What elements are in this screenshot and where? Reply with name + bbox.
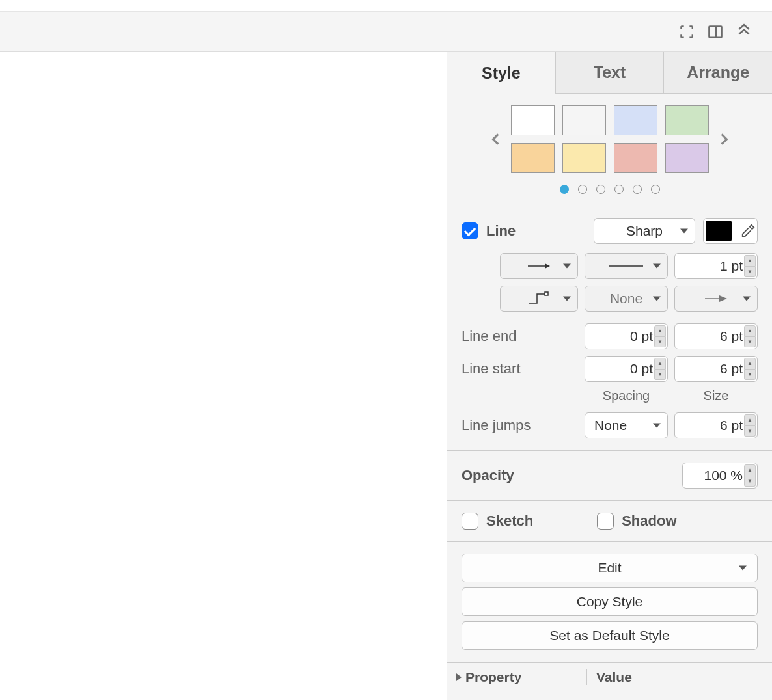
- pager-dot[interactable]: [596, 185, 605, 194]
- line-start-label: Line start: [462, 360, 578, 377]
- arrow-right-icon: [527, 262, 551, 271]
- shadow-label: Shadow: [622, 513, 676, 530]
- swatch-pager: [462, 185, 758, 194]
- opacity-label: Opacity: [462, 467, 514, 484]
- format-sidebar: Style Text Arrange: [447, 52, 772, 700]
- line-panel: Line Sharp 1 pt▲▼ None Line end 0 pt▲▼ 6…: [447, 206, 772, 451]
- line-jumps-label: Line jumps: [462, 417, 578, 434]
- spacing-header: Spacing: [585, 388, 668, 403]
- edit-button[interactable]: Edit: [462, 554, 758, 582]
- line-start-size-input[interactable]: 6 pt▲▼: [674, 356, 758, 382]
- line-end-size-input[interactable]: 6 pt▲▼: [674, 323, 758, 349]
- tab-style[interactable]: Style: [447, 53, 555, 94]
- color-swatch[interactable]: [562, 143, 606, 173]
- tab-text[interactable]: Text: [555, 52, 664, 93]
- line-end-spacing-input[interactable]: 0 pt▲▼: [585, 323, 668, 349]
- shadow-checkbox[interactable]: [597, 513, 614, 530]
- copy-style-button[interactable]: Copy Style: [462, 587, 758, 616]
- line-label: Line: [486, 222, 516, 239]
- color-swatch[interactable]: [665, 105, 709, 135]
- stepper-down[interactable]: ▼: [744, 267, 756, 278]
- eyedropper-icon: [741, 224, 755, 238]
- collapse-icon[interactable]: [736, 23, 752, 40]
- line-color-button[interactable]: [703, 218, 758, 244]
- swatch-next-icon[interactable]: [715, 131, 732, 148]
- tab-arrange[interactable]: Arrange: [663, 52, 772, 93]
- color-swatch[interactable]: [665, 143, 709, 173]
- color-swatch[interactable]: [511, 105, 555, 135]
- waypoint-style-select[interactable]: [500, 286, 578, 312]
- color-swatch[interactable]: [614, 105, 657, 135]
- fullscreen-icon[interactable]: [678, 23, 695, 40]
- line-end-label: Line end: [462, 328, 578, 345]
- pager-dot[interactable]: [560, 185, 569, 194]
- opacity-panel: Opacity 100 %▲▼: [447, 451, 772, 501]
- swatch-prev-icon[interactable]: [488, 131, 504, 148]
- arrow-end-select[interactable]: [674, 286, 758, 312]
- sketch-label: Sketch: [486, 513, 533, 530]
- caret-right-icon: [456, 673, 462, 681]
- pager-dot[interactable]: [651, 185, 660, 194]
- line-jumps-select[interactable]: None: [585, 412, 668, 438]
- svg-rect-4: [545, 292, 548, 295]
- sidepanel-icon[interactable]: [707, 23, 724, 40]
- property-table-header[interactable]: Property Value: [447, 663, 772, 692]
- arrow-start-select[interactable]: None: [585, 286, 668, 312]
- pager-dot[interactable]: [578, 185, 587, 194]
- pager-dot[interactable]: [633, 185, 642, 194]
- opacity-input[interactable]: 100 %▲▼: [682, 463, 758, 489]
- property-table: Property Value: [447, 662, 772, 692]
- line-checkbox[interactable]: [462, 222, 478, 239]
- line-start-spacing-input[interactable]: 0 pt▲▼: [585, 356, 668, 382]
- color-swatch[interactable]: [562, 105, 606, 135]
- top-toolbar: [0, 12, 772, 52]
- line-weight-input[interactable]: 1 pt▲▼: [674, 253, 758, 279]
- set-default-style-button[interactable]: Set as Default Style: [462, 621, 758, 650]
- line-jumps-size-input[interactable]: 6 pt▲▼: [674, 412, 758, 438]
- line-style-select[interactable]: Sharp: [594, 218, 695, 244]
- stepper-up[interactable]: ▲: [744, 255, 756, 267]
- orthogonal-icon: [528, 291, 550, 306]
- sidebar-tabs: Style Text Arrange: [447, 52, 772, 94]
- color-presets-panel: [447, 94, 772, 206]
- effects-panel: Sketch Shadow: [447, 501, 772, 542]
- arrow-direction-select[interactable]: [500, 253, 578, 279]
- color-swatch[interactable]: [511, 143, 555, 173]
- sketch-checkbox[interactable]: [462, 513, 478, 530]
- line-solid-icon: [607, 262, 646, 271]
- size-header: Size: [674, 388, 758, 403]
- line-pattern-select[interactable]: [585, 253, 668, 279]
- pager-dot[interactable]: [614, 185, 624, 194]
- actions-panel: Edit Copy Style Set as Default Style: [447, 542, 772, 662]
- arrow-head-icon: [704, 294, 728, 303]
- color-swatch[interactable]: [614, 143, 657, 173]
